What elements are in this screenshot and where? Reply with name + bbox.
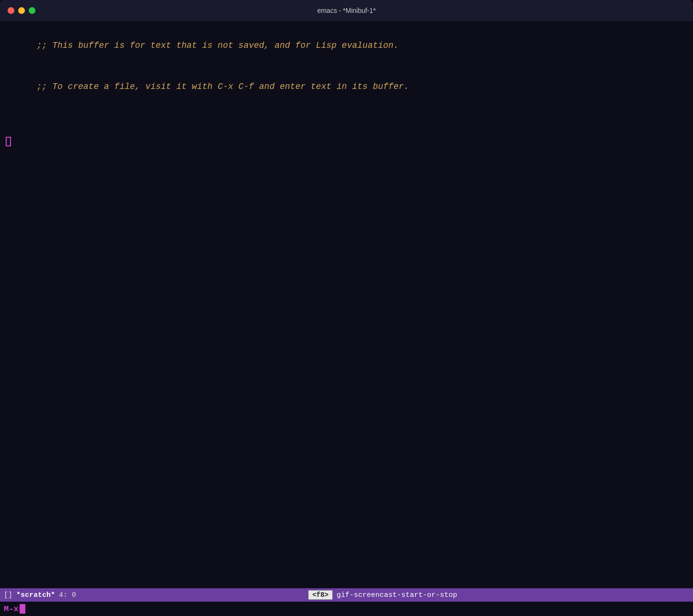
editor-area[interactable]: ;; This buffer is for text that is not s…	[0, 21, 693, 588]
modeline-position: 4: 0	[59, 591, 76, 599]
window-title: emacs - *Minibuf-1*	[317, 7, 376, 14]
modeline-left: [] *scratch* 4: 0	[4, 591, 76, 599]
minibuf-prompt: M-x	[4, 605, 19, 614]
modeline-buffer-name: *scratch*	[16, 591, 55, 599]
emacs-window: emacs - *Minibuf-1* ;; This buffer is fo…	[0, 0, 693, 616]
maximize-button[interactable]	[29, 7, 35, 14]
modeline: [] *scratch* 4: 0 <f8> gif-screencast-st…	[0, 588, 693, 602]
modeline-brackets: []	[4, 591, 12, 599]
traffic-lights	[8, 7, 35, 14]
line2: ;; To create a file, visit it with C-x C…	[37, 82, 409, 91]
text-cursor	[6, 137, 11, 146]
close-button[interactable]	[8, 7, 14, 14]
minimize-button[interactable]	[18, 7, 25, 14]
modeline-command: gif-screencast-start-or-stop	[336, 591, 457, 599]
editor-content: ;; This buffer is for text that is not s…	[6, 25, 687, 163]
minibuf-cursor	[20, 604, 25, 614]
f8-badge: <f8>	[308, 590, 333, 600]
minibuffer[interactable]: M-x	[0, 602, 693, 616]
titlebar: emacs - *Minibuf-1*	[0, 0, 693, 21]
modeline-center: <f8> gif-screencast-start-or-stop	[76, 590, 689, 600]
line1: ;; This buffer is for text that is not s…	[37, 41, 399, 50]
